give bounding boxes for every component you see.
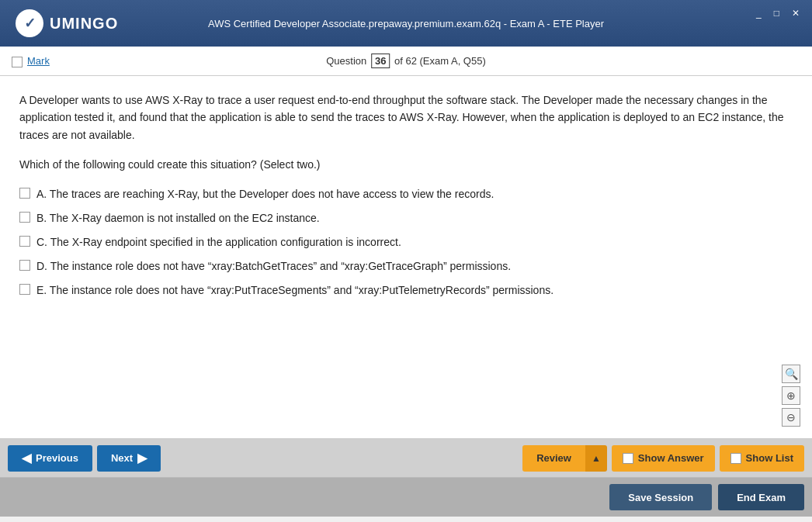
nav-bar: ◀ Previous Next ▶ Review ▲ Show Answer S… xyxy=(0,439,812,478)
title-bar: ✓ UMINGO AWS Certified Developer Associa… xyxy=(0,0,812,47)
answer-checkbox-e[interactable] xyxy=(19,284,30,295)
question-of: of 62 (Exam A, Q55) xyxy=(394,55,486,67)
previous-arrow-icon: ◀ xyxy=(22,451,31,465)
question-info: Question 36 of 62 (Exam A, Q55) xyxy=(326,54,486,68)
main-content: A Developer wants to use AWS X-Ray to tr… xyxy=(0,76,812,439)
show-answer-button[interactable]: Show Answer xyxy=(612,445,715,472)
zoom-controls: 🔍 ⊕ ⊖ xyxy=(782,365,800,427)
question-number: 36 xyxy=(371,54,390,68)
answer-text-a: A. The traces are reaching X-Ray, but th… xyxy=(36,186,494,202)
previous-button[interactable]: ◀ Previous xyxy=(8,445,92,472)
minimize-button[interactable]: _ xyxy=(751,6,766,20)
mark-area: Mark xyxy=(12,55,50,67)
answer-item-d: D. The instance role does not have “xray… xyxy=(19,258,793,275)
zoom-out-button[interactable]: ⊖ xyxy=(782,408,800,427)
end-exam-button[interactable]: End Exam xyxy=(718,484,804,510)
answer-checkbox-d[interactable] xyxy=(19,260,30,271)
logo-text: UMINGO xyxy=(50,15,118,33)
logo-check: ✓ xyxy=(24,15,36,32)
answer-text-c: C. The X-Ray endpoint specified in the a… xyxy=(36,234,401,251)
answer-text-e: E. The instance role does not have “xray… xyxy=(36,282,553,299)
close-button[interactable]: ✕ xyxy=(787,6,804,20)
show-answer-checkbox xyxy=(623,453,633,464)
answer-item-a: A. The traces are reaching X-Ray, but th… xyxy=(19,186,793,202)
search-icon[interactable]: 🔍 xyxy=(782,365,800,383)
window-controls: _ □ ✕ xyxy=(751,6,804,20)
mark-label[interactable]: Mark xyxy=(27,55,50,67)
answers-list: A. The traces are reaching X-Ray, but th… xyxy=(19,186,793,299)
toolbar: Mark Question 36 of 62 (Exam A, Q55) xyxy=(0,47,812,76)
mark-checkbox[interactable] xyxy=(12,57,23,67)
question-body: A Developer wants to use AWS X-Ray to tr… xyxy=(19,92,793,143)
answer-item-e: E. The instance role does not have “xray… xyxy=(19,282,793,299)
answer-item-b: B. The X-Ray daemon is not installed on … xyxy=(19,210,793,226)
answer-text-b: B. The X-Ray daemon is not installed on … xyxy=(36,210,320,226)
logo-area: ✓ UMINGO xyxy=(16,9,118,37)
show-list-checkbox xyxy=(730,453,741,464)
answer-item-c: C. The X-Ray endpoint specified in the a… xyxy=(19,234,793,251)
question-prompt: Which of the following could create this… xyxy=(19,156,793,173)
next-arrow-icon: ▶ xyxy=(137,451,147,465)
question-label: Question xyxy=(326,55,366,67)
answer-text-d: D. The instance role does not have “xray… xyxy=(36,258,511,275)
window-title: AWS Certified Developer Associate.prepaw… xyxy=(208,18,604,29)
action-bar: Save Session End Exam xyxy=(0,478,812,517)
review-dropdown-button[interactable]: ▲ xyxy=(585,445,607,472)
show-list-button[interactable]: Show List xyxy=(720,445,804,472)
logo-icon: ✓ xyxy=(16,9,43,37)
review-button[interactable]: Review xyxy=(522,445,585,472)
answer-checkbox-a[interactable] xyxy=(19,188,30,199)
answer-checkbox-c[interactable] xyxy=(19,236,30,247)
review-button-group: Review ▲ xyxy=(522,445,607,472)
save-session-button[interactable]: Save Session xyxy=(609,484,712,510)
next-button[interactable]: Next ▶ xyxy=(97,445,161,472)
zoom-in-button[interactable]: ⊕ xyxy=(782,386,800,405)
maximize-button[interactable]: □ xyxy=(769,6,784,20)
answer-checkbox-b[interactable] xyxy=(19,212,30,223)
